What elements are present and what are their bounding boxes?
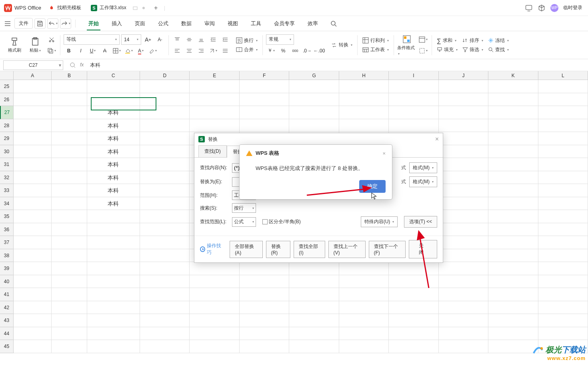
cell[interactable]: [14, 262, 52, 275]
strike-button[interactable]: A: [100, 46, 110, 56]
menu-tab-insert[interactable]: 插入: [106, 17, 128, 30]
cell[interactable]: [190, 80, 239, 93]
cell[interactable]: 本科: [87, 145, 140, 158]
match-width-checkbox[interactable]: [262, 219, 268, 224]
cell[interactable]: [240, 80, 289, 93]
cell[interactable]: [389, 314, 438, 327]
cell[interactable]: [538, 119, 588, 132]
cell[interactable]: [339, 340, 389, 353]
cell[interactable]: [14, 210, 52, 223]
row-header[interactable]: 28: [0, 119, 13, 132]
align-right-button[interactable]: [196, 46, 206, 56]
cell[interactable]: [14, 132, 52, 145]
cell[interactable]: [439, 197, 488, 210]
cell[interactable]: [538, 314, 588, 327]
cell[interactable]: [140, 132, 190, 145]
menu-tab-view[interactable]: 视图: [222, 17, 244, 30]
font-color-button[interactable]: A▾: [136, 46, 146, 56]
cell[interactable]: [52, 184, 87, 197]
cell[interactable]: [439, 171, 488, 184]
row-header[interactable]: 36: [0, 223, 13, 236]
cell[interactable]: [140, 262, 190, 275]
cell[interactable]: [240, 106, 289, 119]
cell[interactable]: [140, 80, 190, 93]
cell[interactable]: [339, 119, 389, 132]
cell[interactable]: [52, 171, 87, 184]
cell[interactable]: [190, 262, 239, 275]
options-toggle-button[interactable]: 选项(T) <<: [404, 216, 437, 228]
cell[interactable]: 本科: [87, 158, 140, 171]
cut-button[interactable]: [46, 34, 57, 45]
increase-indent-button[interactable]: [220, 34, 230, 45]
cell[interactable]: [538, 327, 588, 340]
paste-button[interactable]: 粘贴▾: [26, 33, 45, 57]
cell[interactable]: [190, 327, 239, 340]
cell[interactable]: [52, 301, 87, 314]
search-dir-select[interactable]: 按行▾: [232, 203, 256, 213]
cell[interactable]: [488, 93, 538, 106]
avatar[interactable]: WP: [550, 4, 558, 12]
cell[interactable]: [439, 327, 488, 340]
cell[interactable]: [52, 223, 87, 236]
cell[interactable]: [488, 249, 538, 262]
align-top-button[interactable]: [172, 34, 182, 45]
cell[interactable]: [14, 275, 52, 288]
row-header[interactable]: 41: [0, 288, 13, 301]
cell[interactable]: [14, 171, 52, 184]
decrease-indent-button[interactable]: [208, 34, 218, 45]
column-header[interactable]: D: [140, 71, 190, 80]
cell[interactable]: [538, 132, 588, 145]
cell[interactable]: [140, 93, 190, 106]
cell[interactable]: [289, 275, 339, 288]
cell[interactable]: [389, 106, 438, 119]
align-center-button[interactable]: [184, 46, 194, 56]
currency-button[interactable]: ￥▾: [266, 46, 276, 56]
hamburger-icon[interactable]: [4, 20, 11, 27]
column-header[interactable]: L: [538, 71, 588, 80]
border-button[interactable]: ▾: [112, 46, 122, 56]
cell[interactable]: 本科: [87, 132, 140, 145]
find-prev-button[interactable]: 查找上一个(V): [328, 241, 366, 258]
cell[interactable]: [240, 93, 289, 106]
formula-input[interactable]: 本科: [87, 62, 588, 69]
cell[interactable]: [52, 132, 87, 145]
row-header[interactable]: 35: [0, 210, 13, 223]
cell[interactable]: [538, 158, 588, 171]
cell[interactable]: [289, 301, 339, 314]
cell[interactable]: [140, 301, 190, 314]
find-all-button[interactable]: 查找全部(I): [294, 241, 325, 258]
cell[interactable]: [240, 119, 289, 132]
cell[interactable]: [488, 288, 538, 301]
align-left-button[interactable]: [172, 46, 182, 56]
row-header[interactable]: 30: [0, 145, 13, 158]
cell[interactable]: [538, 288, 588, 301]
cell[interactable]: [14, 249, 52, 262]
file-menu[interactable]: 文件: [14, 18, 33, 29]
row-header[interactable]: 33: [0, 184, 13, 197]
align-bottom-button[interactable]: [196, 34, 206, 45]
format-button-replace[interactable]: 格式(M)▾: [409, 176, 437, 187]
column-header[interactable]: E: [190, 71, 239, 80]
cell[interactable]: [538, 184, 588, 197]
cell[interactable]: [14, 236, 52, 249]
cell[interactable]: [52, 158, 87, 171]
cell[interactable]: [439, 210, 488, 223]
cell[interactable]: [190, 340, 239, 353]
increase-font-button[interactable]: A+: [143, 34, 153, 45]
cell[interactable]: [14, 340, 52, 353]
cell[interactable]: [52, 262, 87, 275]
cell[interactable]: [538, 301, 588, 314]
cell[interactable]: [140, 184, 190, 197]
cell[interactable]: 本科: [87, 197, 140, 210]
name-box[interactable]: C27▾: [3, 60, 63, 70]
cell[interactable]: [14, 197, 52, 210]
rows-cols-button[interactable]: 行和列▾: [361, 36, 390, 45]
cell[interactable]: [140, 158, 190, 171]
new-tab-button[interactable]: +: [150, 2, 162, 14]
cell[interactable]: [14, 158, 52, 171]
cell[interactable]: [488, 106, 538, 119]
cell[interactable]: [140, 236, 190, 249]
comma-button[interactable]: 000: [290, 46, 300, 56]
cell[interactable]: [289, 80, 339, 93]
cell[interactable]: [339, 93, 389, 106]
